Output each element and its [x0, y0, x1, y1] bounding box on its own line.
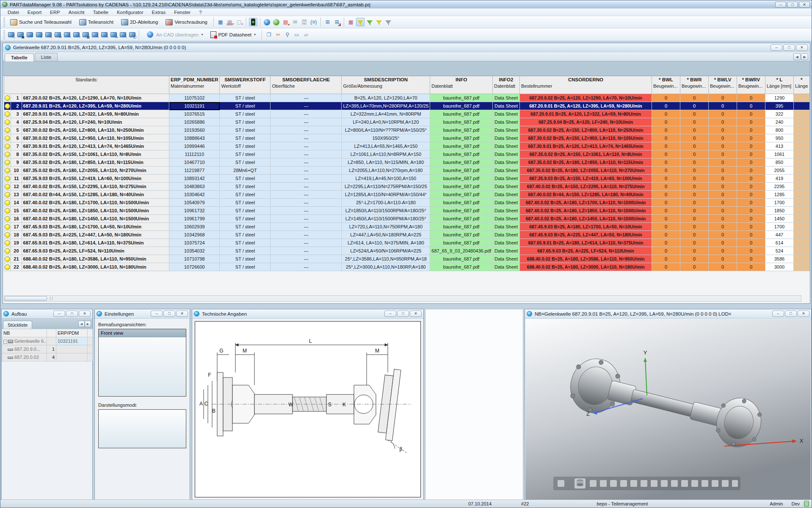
cell-orderno[interactable]: 687.45.9.03 B=25, A=180, LZ=1700, LA=50,…	[519, 223, 652, 231]
cell-description[interactable]: LZ=419,LA=45,N=100,A=150	[342, 175, 430, 183]
cell-oberflaeche[interactable]: ---	[271, 207, 342, 215]
filter-gray-icon[interactable]	[384, 18, 392, 26]
cell-bwrv[interactable]: 0	[737, 183, 765, 191]
cell-description[interactable]: 25°,LZ=3000,LA=110,N=180RP,A=180	[342, 263, 430, 271]
table-row[interactable]: 8687.35.0.02 B=25, A=150, LZ=1061, LA=11…	[4, 150, 810, 158]
row-number[interactable]: 14	[11, 199, 22, 207]
pdf-export-icon[interactable]: ▤▸	[282, 18, 290, 26]
cart-icon[interactable]: ▢‣	[235, 18, 243, 26]
part-down2-icon[interactable]: ↓	[119, 31, 127, 39]
cell-orderno[interactable]: 687.35.0.02 B=25, A=180, LZ=850, LA=110,…	[519, 158, 652, 167]
cell-bwlv[interactable]: 0	[708, 126, 737, 134]
cell-info[interactable]: baureihe_687.pdf	[430, 263, 493, 271]
cell-bwl[interactable]: 0	[652, 239, 680, 247]
cell-orderno[interactable]: 687.40.0.02 B=44, A=150, LZ=1285, LA=180…	[519, 191, 652, 199]
cell-oberflaeche[interactable]: ---	[271, 102, 342, 110]
cell-laenge2[interactable]	[793, 255, 809, 263]
cell-info[interactable]: baureihe_687.pdf	[430, 223, 493, 231]
cell-bwlv[interactable]: 0	[708, 150, 737, 158]
cell-orderno[interactable]: 687.20.9.01 B=25, A=120, LZ=322, LA=59, …	[519, 110, 652, 118]
column-header-erp[interactable]: ERP_PDM_NUMBERMaterialnummer	[169, 76, 220, 94]
cell-werkstoff[interactable]: ST / steel	[220, 142, 271, 150]
cell-laenge[interactable]: 524	[765, 247, 793, 255]
table-row[interactable]: 1687.20.0.02 B=25, A=120, LZ=1290, LA=70…	[4, 94, 810, 102]
cell-info2[interactable]: Data Sheet	[492, 102, 519, 110]
cell-laenge2[interactable]	[793, 158, 809, 167]
einst-close-button[interactable]: ✕	[176, 311, 188, 317]
cell-laenge2[interactable]	[793, 126, 809, 134]
aufbau-close-button[interactable]: ✕	[79, 311, 91, 317]
cell-info[interactable]: 687_65_9_03_20480436.pdf	[430, 247, 493, 255]
cell-info[interactable]: baureihe_687.pdf	[430, 239, 493, 247]
cell-laenge[interactable]: 3000	[765, 263, 793, 271]
part-info-icon[interactable]: ⓘ	[128, 31, 136, 39]
cell-info[interactable]: baureihe_687.pdf	[430, 150, 493, 158]
cell-info[interactable]: baureihe_687.pdf	[430, 175, 493, 183]
row-number[interactable]: 3	[11, 110, 22, 118]
cell-bwrv[interactable]: 0	[737, 126, 765, 134]
cell-bwlv[interactable]: 0	[708, 94, 737, 102]
cell-bwlv[interactable]: 0	[708, 255, 737, 263]
row-number[interactable]: 21	[11, 255, 22, 263]
cell-info2[interactable]: Data Sheet	[492, 126, 519, 134]
row-number[interactable]: 9	[11, 158, 22, 167]
cell-laenge2[interactable]	[793, 134, 809, 142]
cell-laenge2[interactable]	[793, 247, 809, 255]
cell-orderno[interactable]: 687.35.0.02 B=25, A=150, LZ=1061, LA=110…	[519, 150, 652, 158]
tab-scroll-left-icon[interactable]: ◀	[793, 53, 801, 60]
cell-info2[interactable]: Data Sheet	[492, 175, 519, 183]
cell-bwlv[interactable]: 0	[708, 175, 737, 183]
cell-bwl[interactable]: 0	[652, 158, 680, 167]
row-name[interactable]: 687.30.9.01 B=25, A=120, LZ=413, LA=74, …	[22, 142, 169, 150]
cell-description[interactable]: LZ=1061,LA=110,N=8RPM,A=150	[342, 150, 430, 158]
cell-laenge[interactable]: 614	[765, 239, 793, 247]
cell-info2[interactable]: Data Sheet	[492, 223, 519, 231]
cell-werkstoff[interactable]: ST / steel	[220, 239, 271, 247]
cell-bwl[interactable]: 0	[652, 102, 680, 110]
cell-erp[interactable]: 10710798	[169, 255, 220, 263]
cell-oberflaeche[interactable]: ---	[271, 94, 342, 102]
row-name[interactable]: 688.40.0.02 B=25, A=180, LZ=3000, LA=110…	[22, 263, 169, 271]
toolbar-grip[interactable]	[3, 17, 5, 27]
row-name[interactable]: 687.35.0.02 B=25, A=180, LZ=2055, LA=110…	[22, 167, 169, 175]
cell-bwl[interactable]: 0	[652, 150, 680, 158]
tabs-prev-icon[interactable]: ◀	[78, 321, 85, 327]
cell-info[interactable]: baureihe_687.pdf	[430, 207, 493, 215]
cell-erp[interactable]: 11219877	[169, 167, 220, 175]
menu-erp[interactable]: ERP	[46, 9, 64, 15]
aufbau-restore-button[interactable]: □	[66, 311, 78, 317]
cell-laenge2[interactable]	[793, 239, 809, 247]
cell-erp[interactable]: 10540979	[169, 199, 220, 207]
cell-laenge[interactable]: 1290	[765, 94, 793, 102]
cell-laenge2[interactable]	[793, 199, 809, 207]
cell-description[interactable]: LZ=413,LA=55,N=1465,A=150	[342, 142, 430, 150]
equals-icon[interactable]: (≡)	[309, 18, 318, 26]
cell-laenge[interactable]: 322	[765, 110, 793, 118]
cell-bwlv[interactable]: 0	[708, 247, 737, 255]
grid-image-icon[interactable]: ⊞◪	[333, 18, 341, 26]
cell-orderno[interactable]: 688.40.0.02 B=25, A=180, LZ=3586, LA=110…	[519, 255, 652, 263]
cell-info2[interactable]: Data Sheet	[492, 118, 519, 126]
row-number[interactable]: 20	[11, 247, 22, 255]
cell-info[interactable]: baureihe_687.pdf	[430, 158, 493, 167]
cell-laenge[interactable]: 1061	[765, 150, 793, 158]
column-header-info2[interactable]: INFO2Datenblatt	[492, 76, 519, 94]
cell-info[interactable]: baureihe_687.pdf	[430, 126, 493, 134]
cell-bwrv[interactable]: 0	[737, 158, 765, 167]
row-name[interactable]: 687.40.0.02 B=25, A=180, LZ=1850, LA=110…	[22, 207, 169, 215]
cell-info[interactable]: baureihe_687.pdf	[430, 215, 493, 223]
cell-orderno[interactable]: 687.35.0.02 B=25, A=180, LZ=2055, LA=110…	[519, 167, 652, 175]
cell-erp[interactable]: 10265886	[169, 118, 220, 126]
row-number[interactable]: 5	[11, 126, 22, 134]
cell-oberflaeche[interactable]: ---	[271, 263, 342, 271]
cell-oberflaeche[interactable]: ---	[271, 134, 342, 142]
cell-bwrv[interactable]: 0	[737, 167, 765, 175]
folder-icon[interactable]: ▭	[293, 31, 301, 39]
cell-info[interactable]: baureihe_687.pdf	[430, 255, 493, 263]
cell-werkstoff[interactable]: ST / steel	[220, 102, 271, 110]
expand-collapse-icon[interactable]: −	[3, 340, 7, 344]
cell-description[interactable]: 25°,LZ=3586,LA=110,N=950RPM,A=18	[342, 255, 430, 263]
table-view-icon[interactable]: ▦	[216, 18, 225, 26]
column-header-bwlv[interactable]: * BWLVBeugewin...	[708, 76, 737, 94]
cell-info2[interactable]: Data Sheet	[492, 263, 519, 271]
